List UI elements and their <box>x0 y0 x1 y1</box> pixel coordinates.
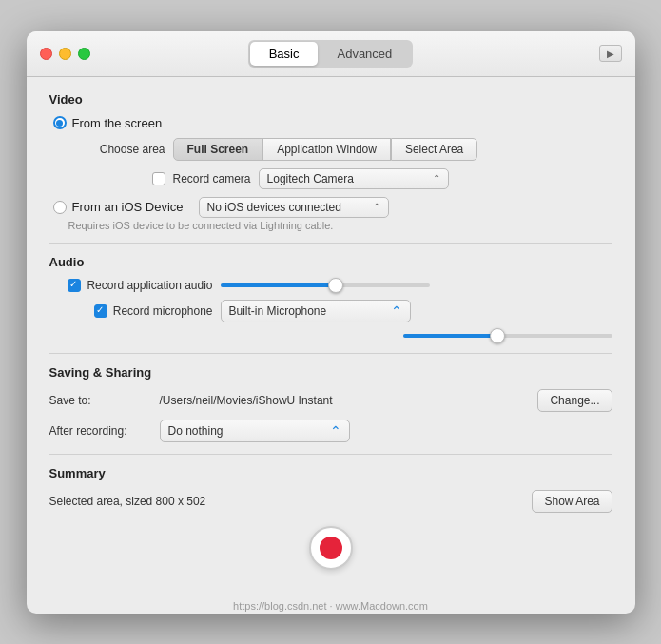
audio-section-title: Audio <box>49 255 612 269</box>
from-ios-radio[interactable]: From an iOS Device <box>53 200 184 214</box>
show-area-button[interactable]: Show Area <box>532 490 612 513</box>
ios-dropdown-arrow: ⌃ <box>373 202 380 212</box>
video-section-title: Video <box>49 92 612 107</box>
traffic-lights <box>40 48 90 60</box>
record-camera-label: Record camera <box>173 172 251 185</box>
tab-group: Basic Advanced <box>248 40 414 68</box>
maximize-button[interactable] <box>78 48 90 60</box>
record-button[interactable] <box>309 526 353 570</box>
save-path: /Users/neil/Movies/iShowU Instant <box>160 394 533 407</box>
record-microphone-row: Record microphone Built-in Microphone ⌃ <box>49 300 612 322</box>
from-screen-label: From the screen <box>72 116 163 130</box>
summary-text: Selected area, sized 800 x 502 <box>49 495 206 508</box>
record-app-audio-label: Record application audio <box>87 279 212 292</box>
microphone-value: Built-in Microphone <box>229 304 327 318</box>
camera-value: Logitech Camera <box>267 172 354 185</box>
record-microphone-checkbox[interactable] <box>94 304 107 318</box>
microphone-dropdown-arrow: ⌃ <box>391 303 402 319</box>
choose-area-label: Choose area <box>68 143 173 156</box>
microphone-slider-thumb[interactable] <box>490 328 505 343</box>
main-window: Basic Advanced ▶ Video From the screen C… <box>27 31 635 614</box>
summary-section-title: Summary <box>49 466 612 480</box>
content-area: Video From the screen Choose area Full S… <box>27 77 635 595</box>
from-screen-radio[interactable]: From the screen <box>53 116 612 130</box>
close-button[interactable] <box>40 48 52 60</box>
ios-device-select[interactable]: No iOS devices connected ⌃ <box>199 197 389 218</box>
record-camera-checkbox[interactable] <box>152 172 165 185</box>
fullscreen-icon[interactable]: ▶ <box>599 45 622 62</box>
tab-advanced[interactable]: Advanced <box>318 42 411 66</box>
choose-area-row: Choose area Full Screen Application Wind… <box>68 138 612 161</box>
after-recording-select[interactable]: Do nothing ⌃ <box>160 420 350 442</box>
microphone-slider-fill <box>403 334 497 338</box>
after-recording-value: Do nothing <box>168 424 224 438</box>
camera-dropdown-arrow: ⌃ <box>433 173 440 184</box>
microphone-slider-row <box>49 330 612 342</box>
after-recording-label: After recording: <box>49 424 154 438</box>
app-audio-slider[interactable] <box>221 283 430 287</box>
microphone-select[interactable]: Built-in Microphone ⌃ <box>221 300 411 322</box>
from-ios-label: From an iOS Device <box>72 200 184 214</box>
watermark: https://blog.csdn.net · www.Macdown.com <box>27 595 635 614</box>
after-recording-arrow: ⌃ <box>330 423 341 439</box>
select-area-btn[interactable]: Select Area <box>391 138 477 161</box>
app-audio-slider-thumb[interactable] <box>328 278 343 293</box>
application-window-btn[interactable]: Application Window <box>262 138 391 161</box>
divider-2 <box>49 353 612 354</box>
tab-basic[interactable]: Basic <box>250 42 319 66</box>
record-app-audio-checkbox[interactable] <box>68 279 81 292</box>
ios-hint: Requires iOS device to be connected via … <box>68 220 612 231</box>
divider-1 <box>49 243 612 244</box>
record-dot-icon <box>320 537 342 559</box>
record-app-audio-row: Record application audio <box>49 279 612 292</box>
microphone-slider[interactable] <box>403 334 612 338</box>
record-microphone-label: Record microphone <box>113 304 213 318</box>
record-btn-area <box>49 513 612 576</box>
save-to-row: Save to: /Users/neil/Movies/iShowU Insta… <box>49 389 612 412</box>
after-recording-row: After recording: Do nothing ⌃ <box>49 420 612 442</box>
area-buttons-group: Full Screen Application Window Select Ar… <box>173 138 478 161</box>
change-button[interactable]: Change... <box>537 389 612 412</box>
ios-device-value: No iOS devices connected <box>207 201 341 214</box>
titlebar: Basic Advanced ▶ <box>27 31 635 77</box>
saving-section-title: Saving & Sharing <box>49 365 612 380</box>
app-audio-slider-fill <box>221 283 336 287</box>
from-screen-radio-indicator <box>53 116 67 129</box>
minimize-button[interactable] <box>59 48 71 60</box>
camera-select[interactable]: Logitech Camera ⌃ <box>259 168 449 189</box>
summary-row: Selected area, sized 800 x 502 Show Area <box>49 490 612 513</box>
record-camera-row: Record camera Logitech Camera ⌃ <box>68 168 612 189</box>
full-screen-btn[interactable]: Full Screen <box>173 138 263 161</box>
from-ios-row: From an iOS Device No iOS devices connec… <box>53 197 612 218</box>
save-to-label: Save to: <box>49 394 154 407</box>
from-ios-radio-indicator <box>53 201 67 214</box>
divider-3 <box>49 454 612 455</box>
